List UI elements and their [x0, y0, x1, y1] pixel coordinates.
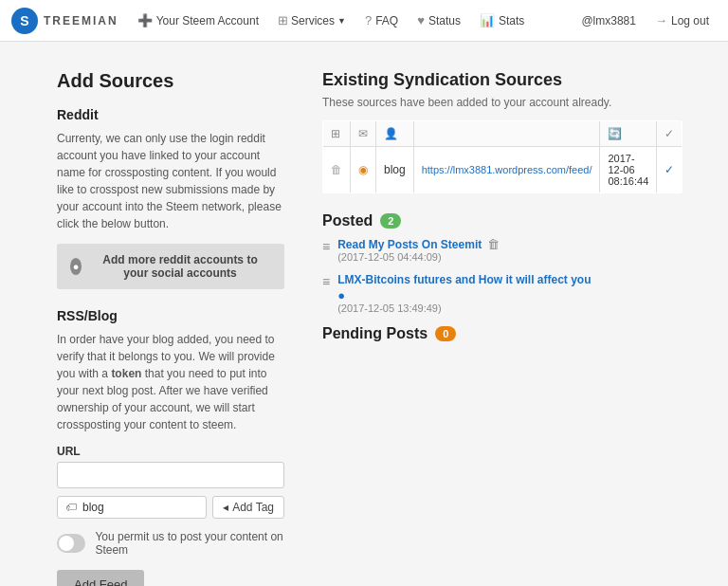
- col-user: 👤: [376, 121, 414, 147]
- logo: S TREEMIAN: [11, 8, 118, 34]
- plus-icon: ➕: [137, 13, 153, 27]
- navbar: S TREEMIAN ➕ Your Steem Account ⊞ Servic…: [0, 0, 728, 42]
- nav-steem-account[interactable]: ➕ Your Steem Account: [130, 0, 266, 42]
- post-item-2: ≡ LMX-Bitcoins futures and How it will a…: [322, 272, 682, 314]
- add-reddit-button[interactable]: ● Add more reddit accounts to your socia…: [57, 244, 284, 289]
- left-arrow-icon: ◂: [223, 501, 228, 514]
- posted-header: Posted 2: [322, 212, 682, 229]
- nav-stats[interactable]: 📊 Stats: [472, 0, 532, 42]
- permit-text: You permit us to post your content on St…: [95, 530, 284, 557]
- rss-token-bold: token: [111, 367, 141, 380]
- tag-icon: 🏷: [65, 501, 77, 514]
- logout-icon: →: [655, 13, 667, 27]
- tag-box: 🏷 blog: [57, 496, 207, 519]
- permit-toggle[interactable]: [57, 534, 85, 553]
- hamburger-icon-1: ≡: [322, 239, 330, 254]
- sources-table: ⊞ ✉ 👤 🔄 ✓ 🗑 ◉ blog: [322, 120, 682, 193]
- nav-logout[interactable]: → Log out: [647, 0, 717, 42]
- post-item-1: ≡ Read My Posts On Steemit 🗑 (2017-12-05…: [322, 237, 682, 263]
- row-date: 2017-12-06 08:16:44: [600, 147, 657, 193]
- reddit-section: Reddit Currenty, we can only use the log…: [57, 107, 284, 289]
- col-rss: ✉: [351, 121, 376, 147]
- col-check: ✓: [657, 121, 682, 147]
- row-check: ✓: [657, 147, 682, 193]
- col-refresh: 🔄: [600, 121, 657, 147]
- tag-row: 🏷 blog ◂ Add Tag: [57, 496, 284, 519]
- post-delete-icon-1[interactable]: 🗑: [487, 237, 500, 251]
- rss-icon: ◉: [358, 163, 368, 176]
- hamburger-icon-2: ≡: [322, 274, 330, 289]
- left-panel: Add Sources Reddit Currenty, we can only…: [57, 70, 284, 586]
- heart-icon: ♥: [417, 13, 425, 27]
- source-link[interactable]: https://lmx3881.wordpress.com/feed/: [422, 164, 592, 175]
- toggle-knob: [59, 536, 74, 551]
- grid-icon: ⊞: [278, 13, 288, 27]
- logo-icon: S: [11, 8, 38, 34]
- chevron-down-icon: ▼: [337, 16, 346, 26]
- rss-body: In order have your blog added, you need …: [57, 331, 284, 433]
- pending-title: Pending Posts: [322, 325, 428, 342]
- post-content-2: LMX-Bitcoins futures and How it will aff…: [337, 272, 591, 314]
- posted-title: Posted: [322, 212, 373, 229]
- existing-sources-subtitle: These sources have been added to your ac…: [322, 96, 682, 109]
- url-input[interactable]: [57, 462, 284, 488]
- question-icon: ?: [365, 13, 372, 27]
- row-link-cell[interactable]: https://lmx3881.wordpress.com/feed/: [413, 147, 600, 193]
- check-circle-icon: ●: [337, 288, 345, 302]
- table-body: 🗑 ◉ blog https://lmx3881.wordpress.com/f…: [323, 147, 682, 193]
- url-label: URL: [57, 445, 284, 458]
- post-link-2[interactable]: LMX-Bitcoins futures and How it will aff…: [337, 273, 591, 286]
- add-feed-button[interactable]: Add Feed: [57, 570, 144, 586]
- row-type: blog: [376, 147, 414, 193]
- table-head: ⊞ ✉ 👤 🔄 ✓: [323, 121, 682, 147]
- trash-icon[interactable]: 🗑: [331, 163, 342, 176]
- posted-badge: 2: [380, 213, 401, 229]
- pending-badge: 0: [435, 326, 456, 341]
- reddit-subtitle: Reddit: [57, 107, 284, 122]
- post-meta-1: (2017-12-05 04:44:09): [337, 251, 500, 263]
- tag-value: blog: [82, 501, 104, 514]
- col-delete: ⊞: [323, 121, 351, 147]
- col-url-header: [413, 121, 600, 147]
- row-trash[interactable]: 🗑: [323, 147, 351, 193]
- rss-subtitle: RSS/Blog: [57, 308, 284, 323]
- post-link-1[interactable]: Read My Posts On Steemit: [337, 238, 482, 251]
- row-rss-icon: ◉: [351, 147, 376, 193]
- pending-header: Pending Posts 0: [322, 325, 682, 342]
- rss-section: RSS/Blog In order have your blog added, …: [57, 308, 284, 586]
- nav-username[interactable]: @lmx3881: [573, 0, 644, 42]
- post-icons-2: ●: [337, 288, 591, 302]
- nav-status[interactable]: ♥ Status: [410, 0, 468, 42]
- table-row: 🗑 ◉ blog https://lmx3881.wordpress.com/f…: [323, 147, 682, 193]
- main-container: Add Sources Reddit Currenty, we can only…: [0, 42, 728, 586]
- bar-chart-icon: 📊: [480, 13, 495, 27]
- reddit-body: Currenty, we can only use the login redd…: [57, 130, 284, 232]
- existing-sources-title: Existing Syndication Sources: [322, 70, 682, 90]
- logo-text: TREEMIAN: [44, 14, 118, 27]
- post-meta-2: (2017-12-05 13:49:49): [337, 302, 591, 314]
- post-content-1: Read My Posts On Steemit 🗑 (2017-12-05 0…: [337, 237, 500, 263]
- nav-faq[interactable]: ? FAQ: [357, 0, 406, 42]
- add-tag-button[interactable]: ◂ Add Tag: [212, 496, 284, 519]
- circle-add-icon: ●: [70, 258, 82, 275]
- add-sources-title: Add Sources: [57, 70, 284, 92]
- permit-row: You permit us to post your content on St…: [57, 530, 284, 557]
- right-panel: Existing Syndication Sources These sourc…: [322, 70, 682, 586]
- nav-services[interactable]: ⊞ Services ▼: [270, 0, 354, 42]
